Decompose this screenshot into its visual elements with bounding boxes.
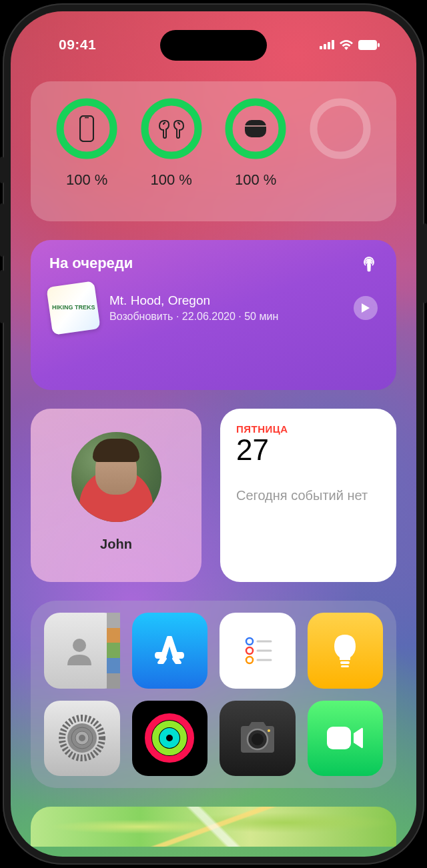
svg-point-15 xyxy=(73,639,86,652)
status-time: 09:41 xyxy=(44,37,96,53)
battery-ring-airpods xyxy=(141,98,202,159)
svg-rect-35 xyxy=(327,727,351,749)
battery-item-empty xyxy=(304,98,377,208)
play-icon xyxy=(361,303,370,313)
calendar-events-text: Сегодня событий нет xyxy=(236,487,380,504)
svg-rect-0 xyxy=(320,46,322,49)
home-app-icon[interactable] xyxy=(308,613,384,689)
podcast-item[interactable]: HIKING TREKS Mt. Hood, Oregon Возобновит… xyxy=(49,284,378,332)
podcast-artwork: HIKING TREKS xyxy=(46,281,100,335)
activity-rings-icon xyxy=(144,713,195,763)
wifi-icon xyxy=(339,39,354,50)
podcast-track-title: Mt. Hood, Oregon xyxy=(109,293,342,308)
lightbulb-icon xyxy=(328,631,362,671)
svg-point-13 xyxy=(314,102,367,155)
silent-switch xyxy=(0,157,4,183)
iphone-frame: 09:41 100 % xyxy=(3,3,424,865)
svg-rect-4 xyxy=(358,40,377,50)
podcast-meta: Возобновить · 22.06.2020 · 50 мин xyxy=(109,311,342,323)
appstore-app-icon[interactable] xyxy=(132,613,208,689)
battery-ring-case xyxy=(225,98,286,159)
batteries-widget[interactable]: 100 % 100 % 100 % xyxy=(31,81,396,221)
battery-item-phone: 100 % xyxy=(51,98,123,208)
calendar-widget[interactable]: ПЯТНИЦА 27 Сегодня событий нет xyxy=(220,409,396,582)
svg-point-17 xyxy=(246,647,253,654)
gear-icon xyxy=(58,714,106,762)
battery-item-case: 100 % xyxy=(220,98,292,208)
svg-point-16 xyxy=(246,638,253,645)
person-icon xyxy=(63,632,101,669)
reminders-app-icon[interactable] xyxy=(220,613,296,689)
two-column-row: John ПЯТНИЦА 27 Сегодня событий нет xyxy=(31,409,396,582)
svg-rect-5 xyxy=(378,43,380,47)
camera-glyph-icon xyxy=(236,721,280,755)
settings-app-icon[interactable] xyxy=(44,701,120,777)
podcast-header: На очереди xyxy=(49,255,378,272)
battery-ring-phone xyxy=(56,98,117,159)
widgets-area: 100 % 100 % 100 % xyxy=(11,11,416,847)
play-button[interactable] xyxy=(354,296,378,320)
contacts-tabs xyxy=(107,613,120,689)
svg-point-18 xyxy=(246,657,253,663)
contacts-app-icon[interactable] xyxy=(44,613,120,689)
contact-avatar xyxy=(71,432,161,522)
svg-point-14 xyxy=(368,261,371,264)
battery-item-airpods: 100 % xyxy=(135,98,208,208)
video-icon xyxy=(324,724,366,752)
svg-point-10 xyxy=(229,102,282,155)
svg-point-9 xyxy=(145,102,198,155)
battery-label-case: 100 % xyxy=(235,171,276,189)
battery-label-phone: 100 % xyxy=(66,171,107,189)
svg-rect-3 xyxy=(332,40,334,49)
status-indicators xyxy=(320,39,383,50)
contact-widget[interactable]: John xyxy=(31,409,201,582)
reminders-glyph-icon xyxy=(238,631,278,671)
cellular-icon xyxy=(320,40,334,49)
battery-ring-empty xyxy=(310,98,371,159)
dynamic-island[interactable] xyxy=(160,30,267,61)
appstore-glyph-icon xyxy=(149,631,189,671)
svg-point-28 xyxy=(79,735,85,741)
podcast-title: На очереди xyxy=(49,255,133,272)
svg-rect-23 xyxy=(341,665,349,667)
podcast-info: Mt. Hood, Oregon Возобновить · 22.06.202… xyxy=(109,293,342,323)
battery-label-airpods: 100 % xyxy=(151,171,192,189)
svg-rect-2 xyxy=(328,42,330,49)
calendar-date: 27 xyxy=(236,433,380,467)
svg-point-31 xyxy=(163,731,176,745)
maps-widget[interactable] xyxy=(31,807,396,847)
podcasts-app-icon xyxy=(360,255,378,272)
podcasts-widget[interactable]: На очереди HIKING TREKS Mt. Hood, Oregon… xyxy=(31,240,396,390)
camera-app-icon[interactable] xyxy=(220,701,296,777)
volume-up-button xyxy=(0,203,4,257)
svg-point-6 xyxy=(60,102,113,155)
svg-rect-1 xyxy=(324,44,326,49)
battery-icon xyxy=(358,40,380,50)
volume-down-button xyxy=(0,270,4,323)
svg-rect-22 xyxy=(340,661,350,664)
power-button xyxy=(423,223,427,303)
home-screen[interactable]: 09:41 100 % xyxy=(11,11,416,857)
app-library-folder[interactable] xyxy=(31,601,396,788)
contact-name: John xyxy=(100,537,132,552)
svg-point-33 xyxy=(252,733,264,745)
facetime-app-icon[interactable] xyxy=(308,701,384,777)
svg-point-34 xyxy=(268,729,270,732)
fitness-app-icon[interactable] xyxy=(132,701,208,777)
